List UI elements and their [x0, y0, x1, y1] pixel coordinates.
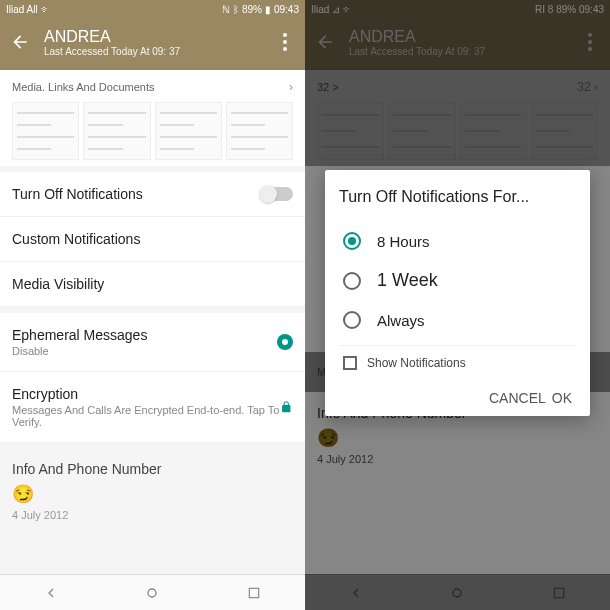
wifi-icon: ᯤ — [41, 4, 51, 15]
ok-button[interactable]: OK — [552, 390, 572, 406]
radio-option-1week[interactable]: 1 Week — [339, 260, 576, 301]
contact-name: ANDREA — [44, 28, 273, 46]
overflow-menu-button[interactable] — [273, 33, 297, 51]
radio-label: Always — [377, 312, 425, 329]
screen-right: Iliad ⊿ ᯤ RI 8 89% 09:43 ANDREA Last Acc… — [305, 0, 610, 610]
status-bar: Iliad All ᯤ ℕᛒ89% ▮ 09:43 — [0, 0, 305, 18]
custom-notifications-row[interactable]: Custom Notifications — [0, 217, 305, 262]
ephemeral-label: Ephemeral Messages — [12, 327, 147, 343]
back-button[interactable] — [8, 30, 32, 54]
timer-icon — [277, 334, 293, 350]
mute-label: Turn Off Notifications — [12, 186, 143, 202]
nav-home-button[interactable] — [140, 581, 164, 605]
battery-icon: ▮ — [265, 4, 271, 15]
chevron-right-icon: › — [289, 80, 293, 94]
media-visibility-row[interactable]: Media Visibility — [0, 262, 305, 306]
privacy-section: Ephemeral Messages Disable Encryption Me… — [0, 313, 305, 442]
checkbox-icon — [343, 356, 357, 370]
radio-label: 1 Week — [377, 270, 438, 291]
custom-notifications-label: Custom Notifications — [12, 231, 140, 247]
radio-option-always[interactable]: Always — [339, 301, 576, 339]
lock-icon — [280, 400, 293, 414]
media-thumbnails[interactable] — [12, 102, 293, 160]
encryption-label: Encryption — [12, 386, 280, 402]
nav-back-button[interactable] — [39, 581, 63, 605]
radio-option-8hours[interactable]: 8 Hours — [339, 222, 576, 260]
status-emoji: 😏 — [12, 483, 293, 505]
radio-label: 8 Hours — [377, 233, 430, 250]
nfc-icon: ℕ — [222, 4, 230, 15]
nav-recent-button[interactable] — [242, 581, 266, 605]
clock-label: 09:43 — [274, 4, 299, 15]
mute-dialog: Turn Off Notifications For... 8 Hours 1 … — [325, 170, 590, 416]
last-access-label: Last Accessed Today At 09: 37 — [44, 46, 273, 57]
ephemeral-value: Disable — [12, 345, 147, 357]
mute-toggle[interactable] — [261, 187, 293, 201]
info-title: Info And Phone Number — [12, 461, 293, 477]
screen-left: Iliad All ᯤ ℕᛒ89% ▮ 09:43 ANDREA Last Ac… — [0, 0, 305, 610]
dialog-title: Turn Off Notifications For... — [339, 188, 576, 206]
radio-icon — [343, 232, 361, 250]
svg-point-0 — [148, 589, 156, 597]
media-section[interactable]: Media. Links And Documents › — [0, 70, 305, 166]
nav-bar — [0, 574, 305, 610]
radio-icon — [343, 311, 361, 329]
encryption-desc: Messages And Calls Are Encrypted End-to-… — [12, 404, 280, 428]
notification-section: Turn Off Notifications Custom Notificati… — [0, 172, 305, 306]
carrier-label: Iliad All — [6, 4, 38, 15]
battery-label: 89% — [242, 4, 262, 15]
show-notifications-checkbox[interactable]: Show Notifications — [339, 345, 576, 380]
ephemeral-row[interactable]: Ephemeral Messages Disable — [0, 313, 305, 372]
checkbox-label: Show Notifications — [367, 356, 466, 370]
info-date: 4 July 2012 — [12, 509, 293, 521]
bluetooth-icon: ᛒ — [233, 4, 239, 15]
mute-row[interactable]: Turn Off Notifications — [0, 172, 305, 217]
encryption-row[interactable]: Encryption Messages And Calls Are Encryp… — [0, 372, 305, 442]
media-label: Media. Links And Documents — [12, 81, 154, 93]
svg-rect-1 — [249, 588, 258, 597]
radio-icon — [343, 272, 361, 290]
info-section: Info And Phone Number 😏 4 July 2012 — [0, 449, 305, 533]
cancel-button[interactable]: CANCEL — [489, 390, 546, 406]
media-visibility-label: Media Visibility — [12, 276, 104, 292]
